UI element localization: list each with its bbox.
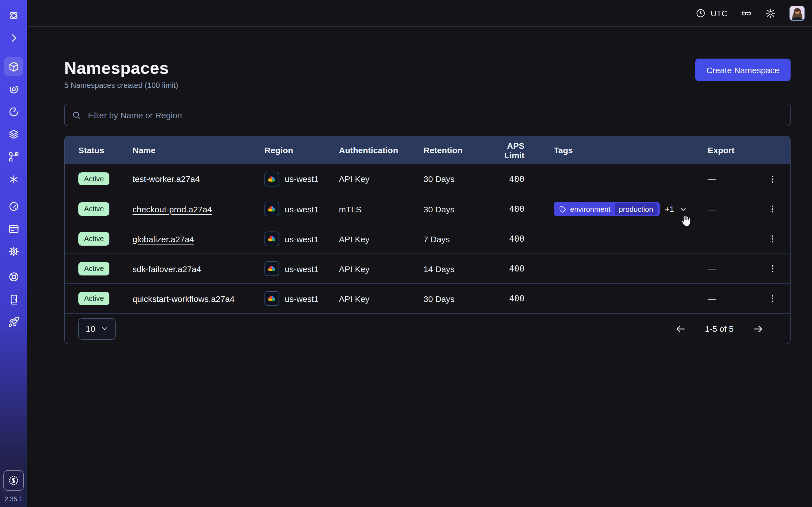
aps-limit-value: 400 [490,174,554,184]
dollar-seal-icon [7,474,20,487]
table-header-row: Status Name Region Authentication Retent… [65,136,790,164]
export-value: — [708,264,753,274]
col-retention: Retention [423,145,490,155]
retention-value: 30 Days [423,174,490,184]
namespace-link[interactable]: checkout-prod.a27a4 [133,204,212,214]
clock-icon [695,8,706,18]
tag-icon [559,205,566,213]
auth-value: API Key [339,294,423,303]
topbar: UTC [27,0,812,27]
retention-value: 30 Days [423,294,490,303]
sidebar-item-get-started[interactable] [4,312,23,331]
tag-value: production [614,203,658,215]
row-menu-kebab-icon[interactable] [765,201,780,217]
filter-input-wrapper [64,104,791,126]
gauge-icon [8,200,19,212]
status-badge: Active [79,172,110,185]
namespaces-table: Status Name Region Authentication Retent… [64,136,791,344]
labs-button[interactable] [741,8,752,18]
row-menu-kebab-icon[interactable] [765,260,780,277]
create-namespace-button[interactable]: Create Namespace [695,59,791,81]
app-window: 2.35.1 UTC Namespaces 5 Namespaces creat… [0,0,812,507]
user-avatar[interactable] [790,6,805,21]
auth-value: API Key [339,234,423,244]
gear-icon [8,245,19,257]
tag-pill[interactable]: environment production [554,202,660,216]
sidebar-item-docs[interactable] [4,290,23,309]
table-row: Active globalizer.a27a4 us-west1 API Key… [65,224,790,253]
next-page-button[interactable] [751,321,765,336]
sidebar-item-schedules[interactable] [4,102,23,121]
glasses-icon [741,8,752,18]
col-aps-limit: APS Limit [490,140,554,160]
row-menu-kebab-icon[interactable] [765,230,780,247]
plan-badge-button[interactable] [3,470,24,491]
expand-sidebar-chevron-icon[interactable] [4,28,23,47]
sidebar-item-workflows[interactable] [4,79,23,99]
page-subtitle: 5 Namespaces created (100 limit) [64,81,178,90]
sidebar-item-usage[interactable] [4,196,23,216]
region-label: us-west1 [285,174,319,184]
namespace-link[interactable]: quickstart-workflows.a27a4 [133,294,235,303]
tags-more-count: +1 [665,205,674,214]
auth-value: API Key [339,264,423,274]
table-footer: 10 1-5 of 5 [65,313,790,344]
sidebar-item-nexus[interactable] [4,147,23,166]
layers-icon [8,128,19,140]
tags-expand-chevron-icon[interactable] [679,205,688,213]
namespace-link[interactable]: sdk-failover.a27a4 [133,264,201,274]
arrow-right-icon [752,323,763,334]
sidebar-item-settings[interactable] [4,242,23,261]
table-row: Active quickstart-workflows.a27a4 us-wes… [65,283,790,313]
sun-icon [765,8,776,18]
arrow-left-icon [675,323,686,334]
sidebar-item-support[interactable] [4,267,23,286]
spiral-icon [8,83,19,95]
col-authentication: Authentication [339,145,423,155]
row-menu-kebab-icon[interactable] [765,290,780,307]
gcp-cloud-icon [264,231,279,246]
col-status: Status [79,145,133,155]
retention-value: 14 Days [423,264,490,274]
namespace-link[interactable]: test-worker.a27a4 [133,174,200,184]
page-title: Namespaces [64,59,178,77]
filter-input[interactable] [87,110,783,120]
aps-limit-value: 400 [490,293,554,304]
row-menu-kebab-icon[interactable] [765,170,780,187]
sidebar-item-deployments[interactable] [4,124,23,144]
auth-value: mTLS [339,204,423,214]
timezone-label: UTC [711,9,727,18]
sidebar-item-billing[interactable] [4,219,23,238]
temporal-logo-icon[interactable] [4,6,23,25]
timezone-button[interactable]: UTC [695,8,727,18]
page-size-select[interactable]: 10 [79,318,116,339]
prev-page-button[interactable] [673,321,688,336]
col-export: Export [708,145,753,155]
aps-limit-value: 400 [490,264,554,274]
status-badge: Active [79,262,110,275]
col-tags: Tags [554,145,708,155]
sidebar-item-batch-operations[interactable] [4,170,23,189]
timer-icon [8,106,19,117]
export-value: — [708,204,753,214]
app-version: 2.35.1 [4,496,22,503]
aps-limit-value: 400 [490,234,554,244]
aps-limit-value: 400 [490,204,554,214]
col-region: Region [264,145,339,155]
status-badge: Active [79,292,110,305]
theme-toggle-button[interactable] [765,8,776,18]
namespace-link[interactable]: globalizer.a27a4 [133,234,194,244]
workflow-branch-icon [8,151,19,163]
sidebar-item-namespaces[interactable] [4,57,23,76]
retention-value: 7 Days [423,234,490,244]
table-row: Active test-worker.a27a4 us-west1 API Ke… [65,164,790,194]
main-content: Namespaces 5 Namespaces created (100 lim… [27,27,812,507]
cube-icon [8,61,19,72]
gcp-cloud-icon [264,291,279,306]
export-value: — [708,174,753,184]
rocket-icon [8,316,19,328]
page-size-value: 10 [86,324,95,334]
status-badge: Active [79,232,110,245]
export-value: — [708,234,753,244]
region-label: us-west1 [285,234,319,244]
